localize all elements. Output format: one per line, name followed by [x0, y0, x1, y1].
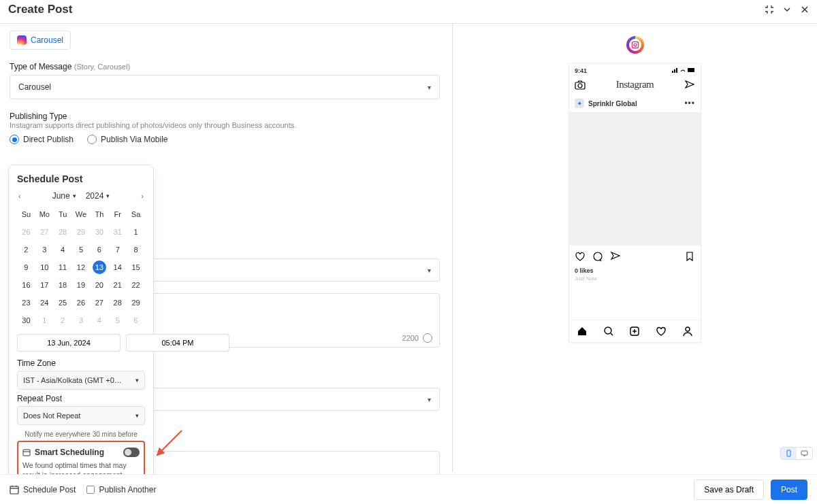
comment-icon [592, 251, 603, 262]
svg-point-5 [637, 43, 637, 44]
calendar-day[interactable]: 9 [17, 261, 35, 274]
time-input[interactable] [126, 334, 229, 352]
mobile-view-icon[interactable] [781, 448, 797, 459]
calendar-dow: Tu [54, 207, 72, 221]
svg-point-13 [605, 327, 611, 334]
platform-chip[interactable]: Carousel [10, 31, 71, 50]
calendar-day[interactable]: 3 [72, 314, 91, 327]
instagram-icon [17, 35, 27, 45]
calendar-day[interactable]: 26 [72, 296, 91, 309]
calendar-day[interactable]: 28 [54, 225, 72, 239]
form-panel: Carousel Type of Message (Story, Carouse… [0, 24, 453, 472]
preview-mode-toggle[interactable] [780, 447, 813, 460]
calendar-dow: Mo [35, 207, 54, 221]
calendar-day[interactable]: 30 [90, 225, 108, 239]
next-month-button[interactable]: › [141, 192, 144, 200]
calendar-day[interactable]: 5 [72, 243, 91, 256]
prev-month-button[interactable]: ‹ [18, 192, 21, 200]
camera-icon [575, 80, 586, 90]
calendar-dow: Fr [108, 207, 127, 221]
publish-another-checkbox[interactable]: Publish Another [86, 485, 156, 494]
calendar-day[interactable]: 14 [108, 261, 127, 274]
calendar-day[interactable]: 27 [35, 225, 54, 239]
save-as-draft-button[interactable]: Save as Draft [694, 480, 764, 500]
svg-rect-0 [23, 450, 30, 456]
publish-via-mobile-radio[interactable]: Publish Via Mobile [87, 135, 168, 144]
calendar-day[interactable]: 3 [35, 243, 54, 256]
schedule-post-button[interactable]: Schedule Post [10, 485, 76, 494]
calendar-day[interactable]: 2 [17, 243, 35, 256]
calendar-day[interactable]: 2 [54, 314, 72, 327]
desktop-view-icon[interactable] [797, 448, 812, 459]
calendar-day[interactable]: 22 [127, 278, 145, 292]
close-icon[interactable] [801, 5, 809, 14]
calendar-day[interactable]: 18 [54, 278, 72, 292]
calendar-day[interactable]: 29 [127, 296, 145, 309]
svg-line-14 [611, 333, 613, 335]
calendar-day[interactable]: 21 [108, 278, 127, 292]
preview-image [569, 113, 701, 246]
year-select[interactable]: 2024▾ [86, 191, 110, 201]
page-title: Create Post [8, 3, 72, 16]
calendar-day[interactable]: 26 [17, 225, 35, 239]
svg-point-18 [686, 327, 690, 331]
phone-time: 9:41 [575, 67, 587, 74]
send-icon [684, 80, 695, 90]
preview-panel: 9:41 Instagram ✦ Sprinklr Global ••• [453, 24, 817, 472]
post-button[interactable]: Post [771, 480, 807, 500]
svg-point-11 [578, 84, 582, 88]
activity-icon [656, 326, 667, 337]
calendar-day[interactable]: 25 [54, 296, 72, 309]
char-count: 2200 [402, 334, 419, 342]
repeat-select[interactable]: Does Not Repeat ▾ [17, 406, 145, 425]
calendar-day[interactable]: 31 [108, 225, 127, 239]
calendar-day[interactable]: 15 [127, 261, 145, 274]
calendar-day[interactable]: 4 [54, 243, 72, 256]
type-of-message-select[interactable]: Carousel ▾ [10, 75, 440, 99]
calendar-day[interactable]: 1 [35, 314, 54, 327]
calendar-day[interactable]: 13 [93, 261, 106, 274]
calendar-day[interactable]: 6 [127, 314, 145, 327]
svg-rect-7 [674, 69, 675, 73]
calendar-icon [22, 448, 31, 456]
calendar-day[interactable]: 4 [90, 314, 108, 327]
calendar-day[interactable]: 7 [108, 243, 127, 256]
likes-count: 0 likes [575, 267, 695, 274]
direct-publish-radio[interactable]: Direct Publish [10, 135, 74, 144]
calendar-day[interactable]: 23 [17, 296, 35, 309]
type-of-message-label: Type of Message [10, 62, 71, 71]
compress-icon[interactable] [765, 5, 773, 14]
publishing-type-hint: Instagram supports direct publishing of … [10, 121, 443, 129]
calendar-day[interactable]: 6 [90, 243, 108, 256]
calendar-day[interactable]: 1 [127, 225, 145, 239]
timezone-select[interactable]: IST - Asia/Kolkata (GMT +05:... ▾ [17, 371, 145, 390]
calendar-day[interactable]: 5 [108, 314, 127, 327]
account-avatar: ✦ [575, 99, 584, 108]
date-input[interactable] [17, 334, 121, 352]
calendar-day[interactable]: 30 [17, 314, 35, 327]
publishing-type-label: Publishing Type [10, 112, 443, 121]
repeat-label: Repeat Post [17, 394, 145, 403]
calendar-day[interactable]: 27 [90, 296, 108, 309]
modal-footer: Schedule Post Publish Another Save as Dr… [0, 474, 817, 504]
instagram-logo: Instagram [616, 79, 654, 90]
calendar-day[interactable]: 10 [35, 261, 54, 274]
smart-scheduling-toggle[interactable] [123, 448, 140, 457]
calendar-day[interactable]: 16 [17, 278, 35, 292]
calendar-day[interactable]: 29 [72, 225, 91, 239]
chevron-down-icon[interactable] [783, 5, 791, 14]
svg-rect-22 [10, 486, 18, 494]
calendar-day[interactable]: 11 [54, 261, 72, 274]
svg-rect-9 [688, 68, 694, 72]
svg-rect-19 [787, 450, 790, 456]
more-icon: ••• [684, 99, 695, 108]
calendar-day[interactable]: 17 [35, 278, 54, 292]
calendar-day[interactable]: 8 [127, 243, 145, 256]
calendar-day[interactable]: 28 [108, 296, 127, 309]
calendar-day[interactable]: 20 [90, 278, 108, 292]
calendar-day[interactable]: 12 [72, 261, 91, 274]
emoji-icon[interactable] [423, 333, 432, 343]
calendar-day[interactable]: 19 [72, 278, 91, 292]
calendar-day[interactable]: 24 [35, 296, 54, 309]
month-select[interactable]: June▾ [52, 191, 76, 201]
